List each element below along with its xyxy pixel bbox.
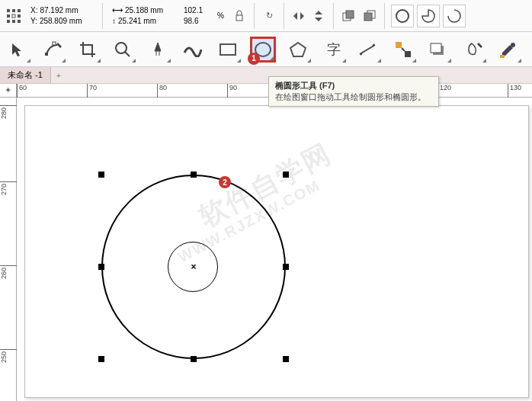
svg-rect-25 [405, 51, 411, 57]
svg-rect-3 [7, 14, 10, 18]
height-icon: ↕ [112, 16, 116, 27]
ellipse-mode-button[interactable] [391, 5, 414, 27]
transparency-tool[interactable] [460, 37, 486, 63]
pick-tool[interactable] [5, 37, 30, 63]
to-back-icon[interactable] [361, 8, 378, 24]
zoom-tool[interactable] [110, 37, 136, 63]
crop-tool[interactable] [75, 37, 101, 63]
svg-rect-7 [12, 20, 15, 23]
lock-ratio-icon[interactable] [231, 8, 248, 24]
drawing-canvas[interactable]: 软件自学网 WWW.RJZXW.COM × 2 [24, 105, 529, 398]
svg-rect-28 [431, 43, 441, 53]
drop-shadow-tool[interactable] [425, 37, 451, 63]
selection-handle[interactable] [191, 172, 197, 178]
svg-rect-13 [364, 13, 372, 21]
svg-rect-11 [346, 11, 354, 18]
x-value[interactable]: 87.192 mm [40, 5, 78, 16]
freehand-tool[interactable] [145, 37, 171, 63]
selection-handle[interactable] [283, 172, 289, 178]
ruler-v-tick: 270 [0, 181, 17, 197]
property-bar: X: 87.192 mm Y: 258.809 mm ⟷ 25.188 mm ↕… [0, 0, 532, 32]
dimension-tool[interactable] [355, 37, 381, 63]
svg-line-23 [360, 45, 375, 54]
ruler-v-tick: 280 [0, 105, 17, 120]
ruler-h-tick: 90 [227, 84, 237, 98]
percent-label: % [217, 11, 224, 21]
separator [254, 3, 255, 29]
document-tabs: 未命名 -1 + [0, 67, 532, 84]
scale-x-value[interactable]: 102.1 [184, 5, 203, 16]
scale-fields: 102.1 98.6 [181, 5, 211, 27]
ruler-h-tick: 130 [508, 84, 521, 98]
scale-unit: % [214, 11, 228, 21]
y-label: Y: [30, 16, 37, 27]
selection-handle[interactable] [283, 356, 289, 362]
separator [284, 3, 284, 29]
mirror-v-icon[interactable] [310, 8, 327, 24]
height-value[interactable]: 25.241 mm [118, 16, 156, 27]
tool-row: 1 字 [0, 32, 532, 67]
svg-point-14 [396, 10, 409, 22]
svg-rect-4 [12, 14, 15, 18]
ellipse-tool[interactable]: 1 [250, 37, 276, 63]
x-label: X: [30, 5, 37, 16]
svg-marker-21 [290, 43, 306, 56]
svg-line-18 [125, 52, 130, 56]
selection-center-icon[interactable]: × [191, 261, 196, 272]
svg-rect-6 [7, 20, 10, 23]
svg-rect-30 [500, 55, 505, 58]
arrange-group [340, 8, 378, 24]
separator [384, 3, 385, 29]
ruler-h-tick: 60 [17, 84, 27, 98]
size-fields: ⟷ 25.188 mm ↕ 25.241 mm [109, 5, 178, 27]
svg-rect-0 [7, 9, 10, 12]
svg-rect-5 [18, 14, 21, 18]
tooltip: 椭圆形工具 (F7) 在绘图窗口拖动工具绘制圆形和椭圆形。 [268, 76, 439, 107]
tooltip-title: 椭圆形工具 (F7) [275, 80, 432, 91]
text-tool[interactable]: 字 [320, 37, 346, 63]
svg-rect-1 [12, 9, 15, 12]
pie-mode-button[interactable] [417, 5, 440, 27]
selection-handle[interactable] [191, 356, 197, 362]
selection-handle[interactable] [98, 356, 104, 362]
eyedropper-tool[interactable] [495, 37, 521, 63]
polygon-tool[interactable] [285, 37, 311, 63]
svg-point-29 [511, 43, 515, 47]
ruler-origin[interactable]: ✦ [0, 84, 17, 98]
separator [333, 3, 334, 29]
ruler-v-tick: 250 [0, 349, 17, 364]
selection-origin-icon[interactable] [3, 5, 24, 27]
tab-untitled[interactable]: 未命名 -1 [0, 67, 51, 83]
artistic-media-tool[interactable] [180, 37, 206, 63]
svg-text:字: 字 [327, 42, 341, 57]
svg-rect-2 [18, 9, 21, 12]
position-fields: X: 87.192 mm Y: 258.809 mm [27, 5, 96, 27]
ruler-h-tick: 70 [87, 84, 97, 98]
mirror-h-icon[interactable] [290, 8, 307, 24]
ruler-h-tick: 80 [157, 84, 167, 98]
ruler-h-tick: 120 [437, 84, 451, 98]
connector-tool[interactable] [390, 37, 416, 63]
svg-rect-19 [220, 44, 236, 55]
rectangle-tool[interactable] [215, 37, 241, 63]
width-value[interactable]: 25.188 mm [125, 5, 163, 16]
ruler-vertical[interactable]: 280 270 260 250 [0, 98, 17, 401]
shape-tool[interactable] [40, 37, 66, 63]
separator [102, 3, 103, 29]
svg-rect-16 [53, 42, 56, 45]
rotate-icon[interactable]: ↻ [261, 8, 277, 24]
callout-2: 2 [219, 176, 231, 188]
ruler-v-tick: 260 [0, 265, 17, 281]
tooltip-desc: 在绘图窗口拖动工具绘制圆形和椭圆形。 [275, 91, 432, 103]
arc-mode-button[interactable] [443, 5, 466, 27]
svg-line-26 [402, 48, 405, 51]
svg-rect-15 [45, 53, 48, 56]
tab-add-button[interactable]: + [51, 71, 66, 80]
selection-handle[interactable] [283, 264, 289, 270]
selection-handle[interactable] [98, 172, 104, 178]
selection-handle[interactable] [98, 264, 104, 270]
svg-rect-8 [18, 20, 21, 23]
scale-y-value[interactable]: 98.6 [184, 16, 198, 27]
y-value[interactable]: 258.809 mm [40, 16, 82, 27]
to-front-icon[interactable] [340, 8, 357, 24]
